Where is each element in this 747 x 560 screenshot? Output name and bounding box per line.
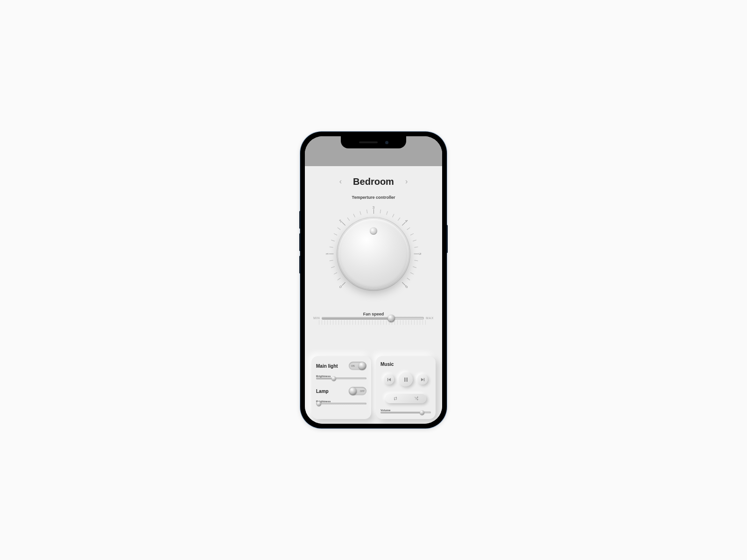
music-card: Music xyxy=(376,356,436,419)
main-light-toggle[interactable]: ON OFF xyxy=(349,362,366,370)
lamp-title: Lamp xyxy=(316,389,329,394)
lamp-toggle[interactable]: ON OFF xyxy=(349,387,366,395)
prev-room-button[interactable]: ‹ xyxy=(338,175,344,188)
volume-slider[interactable] xyxy=(381,412,431,413)
main-light-title: Main light xyxy=(316,364,338,369)
phone-frame: ‹ Bedroom › Temperture controller 012345… xyxy=(300,132,447,428)
control-sheet: ‹ Bedroom › Temperture controller 012345… xyxy=(305,166,442,424)
shuffle-icon xyxy=(414,396,418,401)
lights-card: Main light ON OFF Brightness xyxy=(311,356,371,419)
prev-track-button[interactable] xyxy=(384,374,394,385)
main-brightness-slider[interactable] xyxy=(316,378,366,379)
pause-icon xyxy=(403,377,409,382)
fan-speed-slider[interactable] xyxy=(322,317,424,320)
shuffle-button[interactable] xyxy=(414,394,418,403)
repeat-button[interactable] xyxy=(393,394,398,403)
fan-min-label: MIN xyxy=(313,316,320,320)
lamp-brightness-slider[interactable] xyxy=(316,403,366,405)
temperature-label: Temperture controller xyxy=(311,195,436,200)
phone-screen: ‹ Bedroom › Temperture controller 012345… xyxy=(305,136,442,424)
room-navigator: ‹ Bedroom › xyxy=(311,175,436,188)
fan-speed-section: Fan speed MIN MAX xyxy=(311,309,436,325)
bottom-cards-row: Main light ON OFF Brightness xyxy=(311,356,436,419)
main-brightness-thumb[interactable] xyxy=(331,376,336,381)
play-pause-button[interactable] xyxy=(399,372,413,386)
fan-speed-label: Fan speed xyxy=(311,312,436,316)
temperature-knob[interactable] xyxy=(338,219,409,289)
skip-back-icon xyxy=(387,378,391,382)
room-title: Bedroom xyxy=(353,176,394,187)
fan-max-label: MAX xyxy=(426,316,434,320)
volume-thumb[interactable] xyxy=(420,410,424,415)
temperature-dial-area: 0123456 xyxy=(327,207,420,301)
next-room-button[interactable]: › xyxy=(403,175,409,188)
media-controls xyxy=(381,372,431,386)
phone-notch xyxy=(341,136,406,148)
fan-ruler xyxy=(319,320,428,325)
repeat-shuffle-pill xyxy=(385,394,426,403)
next-track-button[interactable] xyxy=(417,374,428,385)
knob-indicator-dot xyxy=(370,227,377,235)
skip-forward-icon xyxy=(421,378,425,382)
repeat-icon xyxy=(393,396,398,401)
lamp-brightness-thumb[interactable] xyxy=(317,401,321,406)
music-title: Music xyxy=(381,362,431,367)
